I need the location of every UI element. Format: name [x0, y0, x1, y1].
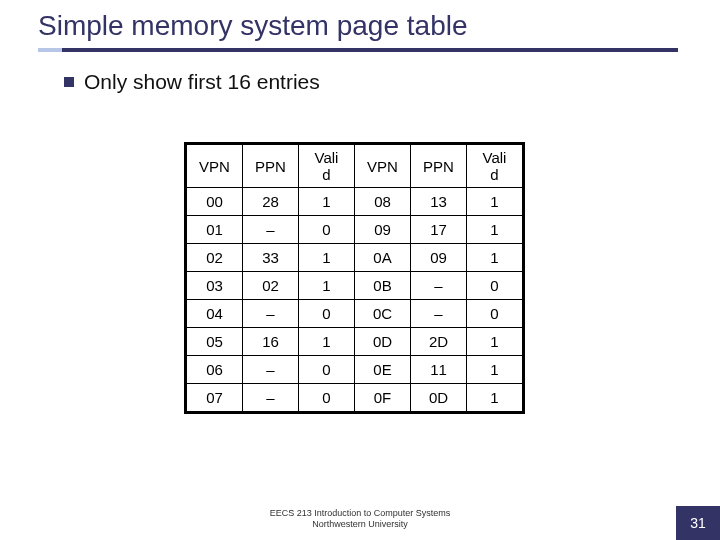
cell: 09	[411, 244, 467, 272]
col-ppn-1: PPN	[243, 145, 299, 188]
cell: 11	[411, 356, 467, 384]
table-row: 05 16 1 0D 2D 1	[187, 328, 523, 356]
table-row: 04 – 0 0C – 0	[187, 300, 523, 328]
table-row: 06 – 0 0E 11 1	[187, 356, 523, 384]
cell: 1	[299, 244, 355, 272]
cell: –	[411, 272, 467, 300]
cell: 1	[467, 328, 523, 356]
cell: 07	[187, 384, 243, 412]
table-row: 07 – 0 0F 0D 1	[187, 384, 523, 412]
page-table-wrap: VPN PPN Valid VPN PPN Valid 00 28 1 08 1…	[186, 144, 523, 412]
cell: 06	[187, 356, 243, 384]
bullet-icon	[64, 77, 74, 87]
cell: 09	[355, 216, 411, 244]
cell: 0D	[355, 328, 411, 356]
cell: 0D	[411, 384, 467, 412]
cell: 03	[187, 272, 243, 300]
col-vpn-2: VPN	[355, 145, 411, 188]
footer: EECS 213 Introduction to Computer System…	[0, 508, 720, 530]
cell: 0	[299, 356, 355, 384]
cell: 1	[299, 188, 355, 216]
cell: 0B	[355, 272, 411, 300]
table-row: 03 02 1 0B – 0	[187, 272, 523, 300]
slide: Simple memory system page table Only sho…	[0, 0, 720, 540]
cell: 0F	[355, 384, 411, 412]
table-row: 01 – 0 09 17 1	[187, 216, 523, 244]
col-valid-2: Valid	[467, 145, 523, 188]
cell: 0	[299, 300, 355, 328]
cell: 0	[467, 300, 523, 328]
footer-line-2: Northwestern University	[0, 519, 720, 530]
cell: 02	[243, 272, 299, 300]
cell: –	[243, 356, 299, 384]
col-vpn-1: VPN	[187, 145, 243, 188]
col-valid-1: Valid	[299, 145, 355, 188]
cell: 0	[299, 384, 355, 412]
cell: 1	[467, 384, 523, 412]
bullet-row: Only show first 16 entries	[64, 70, 320, 94]
cell: 08	[355, 188, 411, 216]
cell: –	[243, 300, 299, 328]
table-row: 00 28 1 08 13 1	[187, 188, 523, 216]
table-body: 00 28 1 08 13 1 01 – 0 09 17 1 02	[187, 188, 523, 412]
cell: 0A	[355, 244, 411, 272]
cell: 17	[411, 216, 467, 244]
bullet-text: Only show first 16 entries	[84, 70, 320, 94]
table-header-row: VPN PPN Valid VPN PPN Valid	[187, 145, 523, 188]
cell: 0E	[355, 356, 411, 384]
title-rule-accent	[38, 48, 62, 52]
table-row: 02 33 1 0A 09 1	[187, 244, 523, 272]
cell: 0	[467, 272, 523, 300]
cell: 1	[467, 188, 523, 216]
title-rule	[38, 48, 678, 52]
cell: –	[243, 384, 299, 412]
page-title: Simple memory system page table	[38, 10, 468, 42]
cell: 04	[187, 300, 243, 328]
footer-line-1: EECS 213 Introduction to Computer System…	[0, 508, 720, 519]
cell: 28	[243, 188, 299, 216]
cell: 05	[187, 328, 243, 356]
cell: 1	[299, 328, 355, 356]
cell: –	[243, 216, 299, 244]
cell: 0	[299, 216, 355, 244]
cell: 02	[187, 244, 243, 272]
cell: 1	[467, 216, 523, 244]
col-ppn-2: PPN	[411, 145, 467, 188]
cell: 1	[467, 356, 523, 384]
cell: 00	[187, 188, 243, 216]
cell: 16	[243, 328, 299, 356]
cell: 13	[411, 188, 467, 216]
cell: 0C	[355, 300, 411, 328]
cell: –	[411, 300, 467, 328]
cell: 1	[299, 272, 355, 300]
cell: 1	[467, 244, 523, 272]
cell: 01	[187, 216, 243, 244]
page-table: VPN PPN Valid VPN PPN Valid 00 28 1 08 1…	[186, 144, 523, 412]
cell: 33	[243, 244, 299, 272]
cell: 2D	[411, 328, 467, 356]
page-number: 31	[676, 506, 720, 540]
